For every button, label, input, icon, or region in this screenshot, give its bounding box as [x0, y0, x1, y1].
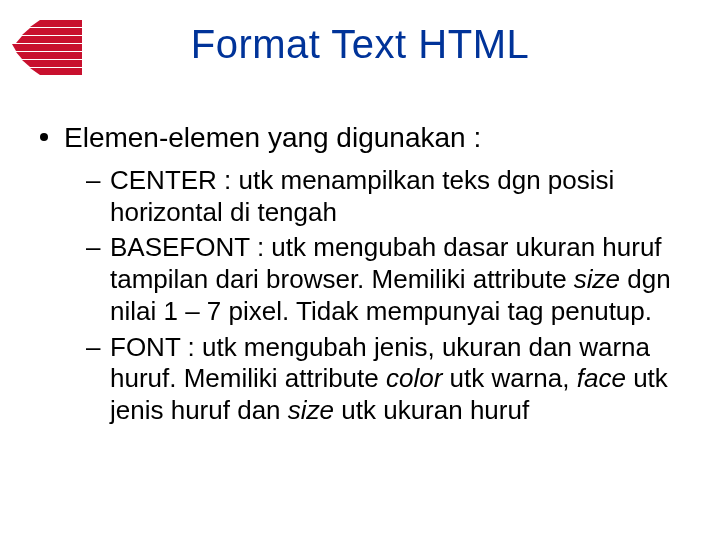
item3-part-c: utk warna, — [442, 363, 576, 393]
slide-title: Format Text HTML — [0, 22, 720, 67]
bullet-level1: Elemen-elemen yang digunakan : — [40, 120, 680, 155]
dash-icon: – — [86, 232, 100, 264]
slide: Format Text HTML Elemen-elemen yang digu… — [0, 0, 720, 540]
bullet1-text: Elemen-elemen yang digunakan : — [64, 122, 481, 153]
bullet-dot-icon — [40, 133, 48, 141]
dash-icon: – — [86, 332, 100, 364]
bullet-level2: – BASEFONT : utk mengubah dasar ukuran h… — [40, 232, 680, 327]
item3-italic-color: color — [386, 363, 442, 393]
dash-icon: – — [86, 165, 100, 197]
slide-body: Elemen-elemen yang digunakan : – CENTER … — [40, 120, 680, 431]
bullet-level2: – CENTER : utk menampilkan teks dgn posi… — [40, 165, 680, 228]
bullet-level2: – FONT : utk mengubah jenis, ukuran dan … — [40, 332, 680, 427]
item1-text: CENTER : utk menampilkan teks dgn posisi… — [110, 165, 614, 227]
item3-italic-face: face — [577, 363, 626, 393]
item3-italic-size: size — [288, 395, 334, 425]
svg-marker-6 — [30, 68, 82, 75]
item2-italic-size: size — [574, 264, 620, 294]
item3-part-g: utk ukuran huruf — [334, 395, 529, 425]
